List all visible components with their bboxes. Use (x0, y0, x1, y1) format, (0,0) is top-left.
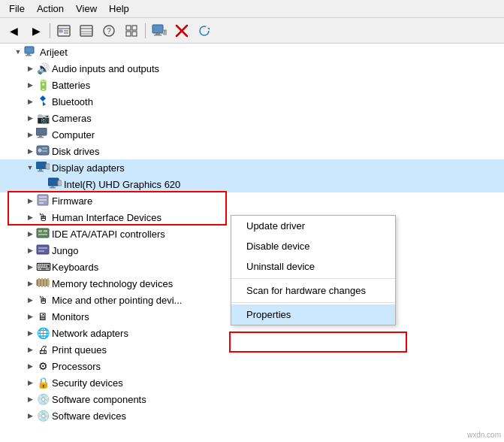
svg-rect-55 (38, 278, 40, 287)
svg-rect-16 (155, 33, 160, 35)
properties-icon (57, 24, 71, 38)
security-expand[interactable]: ▶ (24, 379, 36, 386)
svg-text:!: ! (164, 29, 166, 35)
processors-expand[interactable]: ▶ (24, 362, 36, 370)
svg-rect-36 (39, 169, 42, 171)
network-label: Network adapters (52, 328, 504, 339)
bluetooth-label: Bluetooth (52, 96, 504, 107)
menu-view[interactable]: View (70, 2, 103, 16)
audio-expand[interactable]: ▶ (24, 65, 36, 72)
tree-cameras[interactable]: ▶ 📷 Cameras (0, 110, 504, 126)
delete-icon (175, 24, 189, 38)
print-expand[interactable]: ▶ (24, 346, 36, 353)
ctx-update-driver[interactable]: Update driver (231, 216, 395, 236)
display-expand[interactable]: ▼ (24, 164, 36, 171)
computer-expand[interactable]: ▶ (24, 131, 36, 138)
toolbar-grid2[interactable] (121, 21, 142, 41)
mice-expand[interactable]: ▶ (24, 296, 36, 304)
security-label: Security devices (52, 377, 504, 389)
toolbar-forward[interactable]: ▶ (26, 21, 47, 41)
bluetooth-expand[interactable]: ▶ (24, 98, 36, 105)
ctx-disable-device[interactable]: Disable device (231, 236, 395, 256)
refresh-icon (198, 24, 211, 38)
display-icon (36, 161, 50, 174)
toolbar-sep1 (50, 23, 50, 38)
tree-bluetooth[interactable]: ▶ Bluetooth (0, 93, 504, 110)
softwaredev-expand[interactable]: ▶ (24, 412, 36, 419)
softwaredev-icon: 💿 (36, 409, 50, 422)
print-label: Print queues (52, 344, 504, 356)
tree-disk[interactable]: ▶ Disk drives (0, 143, 504, 159)
svg-marker-27 (40, 95, 46, 106)
tree-network[interactable]: ▶ 🌐 Network adapters (0, 325, 504, 341)
svg-rect-40 (51, 186, 54, 187)
tree-display[interactable]: ▼ Display adapters (0, 159, 504, 176)
ide-icon (36, 227, 50, 241)
cameras-label: Cameras (52, 113, 504, 124)
svg-rect-24 (25, 47, 34, 53)
svg-rect-13 (126, 32, 131, 36)
toolbar-sep2 (145, 23, 146, 38)
ctx-scan[interactable]: Scan for hardware changes (231, 280, 395, 301)
ide-svg (36, 227, 50, 239)
tree-intel[interactable]: Intel(R) UHD Graphics 620 (0, 176, 504, 192)
tree-root[interactable]: ▼ Arijeet (0, 44, 504, 60)
tree-softwaredev[interactable]: ▶ 💿 Software devices (0, 407, 504, 424)
toolbar-properties[interactable] (53, 21, 74, 41)
disk-expand[interactable]: ▶ (24, 147, 36, 155)
ctx-uninstall-device[interactable]: Uninstall device (231, 256, 395, 277)
keyboards-expand[interactable]: ▶ (24, 263, 36, 271)
network-expand[interactable]: ▶ (24, 329, 36, 337)
tree-batteries[interactable]: ▶ 🔋 Batteries (0, 77, 504, 93)
intel-svg (48, 177, 62, 189)
jungo-expand[interactable]: ▶ (24, 247, 36, 254)
softwarecomp-expand[interactable]: ▶ (24, 395, 36, 403)
svg-rect-38 (46, 164, 50, 169)
hid-expand[interactable]: ▶ (24, 213, 36, 221)
toolbar-delete[interactable] (171, 21, 192, 41)
toolbar-refresh[interactable] (194, 21, 215, 41)
root-expand[interactable]: ▼ (12, 48, 24, 56)
svg-rect-49 (44, 230, 47, 232)
network-icon: 🌐 (36, 326, 50, 340)
disk-icon (36, 144, 50, 158)
toolbar-monitor[interactable]: ! (149, 21, 170, 41)
svg-rect-44 (39, 196, 47, 198)
svg-rect-11 (126, 26, 131, 30)
firmware-expand[interactable]: ▶ (24, 197, 36, 204)
tree-audio[interactable]: ▶ 🔊 Audio inputs and outputs (0, 60, 504, 77)
toolbar-grid1[interactable] (76, 21, 97, 41)
hid-icon: 🖱 (36, 210, 50, 224)
svg-rect-28 (36, 128, 47, 135)
memory-expand[interactable]: ▶ (24, 280, 36, 287)
menu-help[interactable]: Help (103, 2, 135, 16)
svg-rect-33 (42, 147, 47, 149)
tree-computer[interactable]: ▶ Computer (0, 126, 504, 143)
fw-svg (36, 194, 50, 206)
audio-label: Audio inputs and outputs (52, 63, 504, 74)
bluetooth-icon (36, 95, 50, 108)
menubar: File Action View Help (0, 0, 504, 18)
svg-rect-25 (27, 53, 30, 55)
toolbar-back[interactable]: ◀ (3, 21, 24, 41)
intel-expand (36, 180, 48, 188)
cameras-expand[interactable]: ▶ (24, 114, 36, 122)
tree-firmware[interactable]: ▶ Firmware (0, 192, 504, 209)
tree-print[interactable]: ▶ 🖨 Print queues (0, 341, 504, 358)
tree-softwarecomp[interactable]: ▶ 💿 Software components (0, 391, 504, 407)
tree-processors[interactable]: ▶ ⚙ Processors (0, 358, 504, 374)
monitors-expand[interactable]: ▶ (24, 313, 36, 320)
menu-action[interactable]: Action (31, 2, 70, 16)
svg-rect-58 (47, 278, 49, 287)
batteries-expand[interactable]: ▶ (24, 81, 36, 89)
menu-file[interactable]: File (3, 2, 31, 16)
ide-expand[interactable]: ▶ (24, 230, 36, 238)
context-menu: Update driver Disable device Uninstall d… (231, 215, 396, 325)
ctx-properties[interactable]: Properties (231, 304, 395, 325)
toolbar-help[interactable]: ? (98, 21, 119, 41)
svg-rect-14 (132, 32, 137, 36)
svg-rect-42 (58, 180, 62, 186)
disk-svg (36, 144, 50, 156)
mem-svg (36, 277, 50, 289)
tree-security[interactable]: ▶ 🔒 Security devices (0, 374, 504, 391)
